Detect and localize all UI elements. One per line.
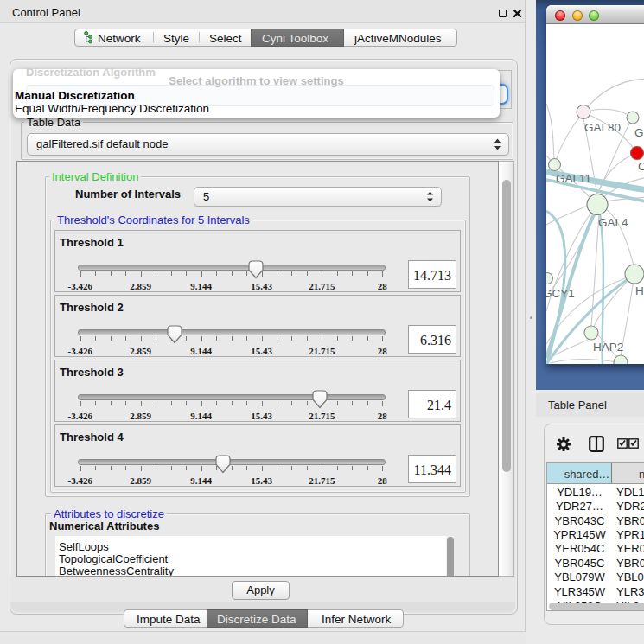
svg-text:G: G xyxy=(634,126,644,139)
svg-text:C: C xyxy=(638,160,644,173)
svg-text:GAL4: GAL4 xyxy=(598,216,628,229)
svg-text:GCY1: GCY1 xyxy=(546,287,575,300)
svg-text:H: H xyxy=(635,284,644,297)
svg-text:GAL80: GAL80 xyxy=(584,121,621,134)
svg-text:GAL11: GAL11 xyxy=(556,172,591,185)
svg-text:HAP2: HAP2 xyxy=(593,341,623,354)
